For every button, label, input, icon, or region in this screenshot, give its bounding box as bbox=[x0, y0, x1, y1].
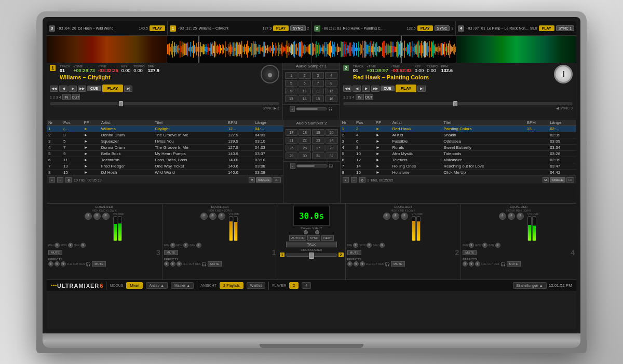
ch3-pan-knob[interactable] bbox=[55, 243, 60, 248]
ch2-mon-knob[interactable] bbox=[367, 243, 372, 248]
ch4-low-knob[interactable] bbox=[517, 213, 524, 220]
deck1-pitch-slider[interactable] bbox=[50, 102, 279, 105]
deck2-loop[interactable]: ▶| bbox=[417, 86, 426, 92]
ch1-fx1-knob[interactable] bbox=[164, 261, 169, 267]
archiv-tab[interactable]: Archiv ▲ bbox=[146, 282, 168, 289]
sampler2-btn-23[interactable]: 23 bbox=[312, 137, 324, 144]
table-row[interactable]: 1 (… ► Wiliams Citylight 12... 04:... bbox=[47, 126, 283, 132]
sampler1-btn-3[interactable]: 3 bbox=[312, 72, 324, 79]
ch3-fx1-knob[interactable] bbox=[48, 261, 53, 267]
playlists-tab[interactable]: 2-Playlists bbox=[220, 282, 243, 289]
player-2-btn[interactable]: 2 bbox=[289, 282, 299, 289]
deck1-sync-button[interactable]: SYNC bbox=[290, 25, 305, 31]
table-row[interactable]: 35► SqueezerI Miss You139.903:10 bbox=[47, 138, 283, 145]
deck2-sync-button[interactable]: SYNC bbox=[435, 25, 450, 31]
master-tab[interactable]: Master ▲ bbox=[171, 282, 194, 289]
deck1-in-btn[interactable]: IN bbox=[62, 94, 71, 100]
ch4-fx3-knob[interactable] bbox=[475, 261, 480, 267]
sampler2-btn-24[interactable]: 24 bbox=[326, 137, 338, 144]
pl1-dj-btn[interactable]: DJ bbox=[273, 177, 280, 183]
deck1-play-button[interactable]: PLAY bbox=[273, 25, 289, 31]
sampler1-btn-14[interactable]: 14 bbox=[299, 95, 311, 102]
deck2-prev[interactable]: ◀ bbox=[353, 86, 361, 92]
ch3-fx-mute-button[interactable]: MUTE bbox=[92, 261, 106, 267]
table-row[interactable]: 47► Donna DrumThe Groove In Me127.904:03 bbox=[47, 145, 283, 151]
ch2-mute-button[interactable]: MUTE bbox=[347, 250, 361, 255]
ch2-fx3-knob[interactable] bbox=[360, 261, 365, 267]
deck1-skip-fwd[interactable]: ▶▶ bbox=[78, 86, 86, 92]
sampler1-btn-7[interactable]: 7 bbox=[312, 80, 324, 87]
crossfader-thumb[interactable] bbox=[309, 253, 314, 259]
ch4-mute-button[interactable]: MUTE bbox=[463, 250, 477, 255]
ch1-mid-knob[interactable] bbox=[209, 213, 216, 220]
table-row[interactable]: 816► HollstoneClick Me Up04:42 bbox=[341, 170, 577, 176]
sampler1-btn-10[interactable]: 10 bbox=[299, 88, 311, 94]
deck1-play-big-button[interactable]: PLAY bbox=[102, 85, 124, 92]
pl2-m-btn[interactable]: M bbox=[543, 177, 549, 183]
sampler2-btn-31[interactable]: 31 bbox=[312, 152, 324, 159]
ch4-gan-knob[interactable] bbox=[495, 243, 500, 248]
ch1-fader-r[interactable] bbox=[234, 216, 238, 241]
table-row[interactable]: 59► Bella BockMy Heart Pumps140.903:37 bbox=[47, 151, 283, 157]
table-row[interactable]: 714► Rolling OnesReaching out for Love03… bbox=[341, 163, 577, 170]
deck4-play-button[interactable]: PLAY bbox=[539, 25, 554, 31]
deck1-skip-back[interactable]: ◀◀ bbox=[50, 86, 58, 92]
pl1-single-btn[interactable]: SINGLE bbox=[256, 177, 272, 183]
ch4-fx1-knob[interactable] bbox=[463, 261, 468, 267]
sampler2-btn-27[interactable]: 27 bbox=[312, 145, 324, 151]
mixer-tab[interactable]: Mixer bbox=[126, 282, 142, 289]
ch3-fx2-knob[interactable] bbox=[55, 261, 60, 267]
ch2-fx1-knob[interactable] bbox=[347, 261, 353, 267]
table-row[interactable]: 510► Afro MystikTidepools03:28 bbox=[341, 151, 577, 157]
ch1-fx-mute-button[interactable]: MUTE bbox=[208, 261, 222, 267]
ch4-mid-knob[interactable] bbox=[508, 213, 515, 220]
deck2-cue-button[interactable]: CUE bbox=[381, 86, 395, 91]
pl1-add-btn[interactable]: + bbox=[49, 177, 55, 183]
ch2-high-knob[interactable] bbox=[383, 213, 390, 220]
ch3-fader-l[interactable] bbox=[113, 216, 117, 241]
sampler1-volume-slider[interactable] bbox=[296, 107, 327, 110]
pl2-dj-btn[interactable]: DJ bbox=[566, 177, 574, 183]
ch4-fx-mute-button[interactable]: MUTE bbox=[507, 261, 521, 267]
sampler1-btn-9[interactable]: 9 bbox=[285, 88, 297, 94]
sampler2-btn-22[interactable]: 22 bbox=[299, 137, 311, 144]
sampler2-btn-32[interactable]: 32 bbox=[326, 152, 338, 159]
sampler1-btn-1[interactable]: 1 bbox=[285, 72, 297, 79]
ch3-high-knob[interactable] bbox=[85, 213, 92, 220]
table-row[interactable]: 24► Al KidShakin02:39 bbox=[341, 132, 577, 138]
ch1-mon-knob[interactable] bbox=[183, 243, 188, 248]
ch4-fader-l[interactable] bbox=[527, 216, 532, 241]
sampler1-vol-down[interactable]: - bbox=[290, 106, 295, 112]
ch1-fader-l[interactable] bbox=[229, 216, 233, 241]
deck2-skip-back[interactable]: ◀◀ bbox=[343, 86, 351, 92]
ch1-low-knob[interactable] bbox=[218, 213, 225, 220]
videot-radio[interactable] bbox=[315, 230, 319, 234]
ch2-mid-knob[interactable] bbox=[392, 213, 399, 220]
deck2-skip-fwd[interactable]: ▶▶ bbox=[371, 86, 380, 92]
waitlist-tab[interactable]: Waitlist bbox=[247, 282, 265, 289]
sampler1-btn-5[interactable]: 5 bbox=[285, 80, 297, 87]
deck1-next[interactable]: ▶ bbox=[69, 86, 77, 92]
ch2-gan-knob[interactable] bbox=[380, 243, 385, 248]
pl1-m-btn[interactable]: M bbox=[249, 177, 255, 183]
ch2-fader-l[interactable] bbox=[412, 216, 416, 241]
ch1-mute-button[interactable]: MUTE bbox=[164, 250, 178, 255]
sampler1-btn-16[interactable]: 16 bbox=[325, 95, 337, 102]
einstellungen-btn[interactable]: Einstellungen ▲ bbox=[513, 282, 547, 289]
talk-button[interactable]: TALK bbox=[286, 242, 337, 247]
sampler1-btn-8[interactable]: 8 bbox=[325, 80, 337, 87]
table-row[interactable]: 23► Donna DrumThe Groove In Me127.904:03 bbox=[47, 132, 283, 138]
player-4-btn[interactable]: 4 bbox=[302, 282, 311, 289]
deck4-sync-button[interactable]: SYNC 1 bbox=[556, 25, 574, 31]
ch3-mon-knob[interactable] bbox=[68, 243, 73, 248]
deck1-cue-button[interactable]: CUE bbox=[87, 86, 101, 91]
fading-sync-button[interactable]: SYNC bbox=[307, 235, 320, 241]
sampler2-btn-19[interactable]: 19 bbox=[312, 129, 324, 136]
sampler2-volume-slider[interactable] bbox=[296, 164, 328, 167]
sampler1-btn-2[interactable]: 2 bbox=[299, 72, 311, 79]
deck2-tempo-knob[interactable] bbox=[554, 65, 573, 83]
curves-radio[interactable] bbox=[304, 230, 308, 234]
table-row[interactable]: 815► DJ HoshWild World140.603:08 bbox=[47, 170, 283, 176]
ch1-gan-knob[interactable] bbox=[196, 243, 201, 248]
sampler2-btn-20[interactable]: 20 bbox=[326, 129, 338, 136]
